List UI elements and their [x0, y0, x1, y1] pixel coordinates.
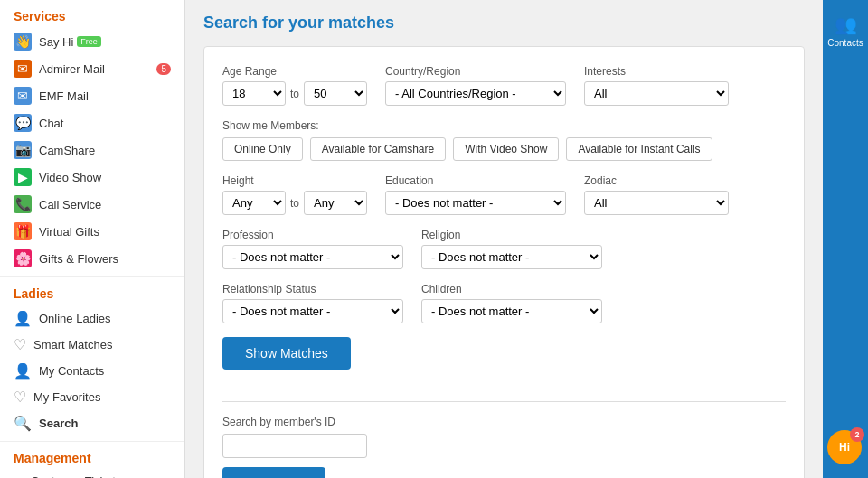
height-to-select[interactable]: Any5'0"5'3"5'6"5'9"6'0": [304, 191, 367, 215]
show-members-section: Show me Members: Online Only Available f…: [222, 119, 786, 161]
sidebar-item-sayhi[interactable]: 👋 Say Hi Free: [0, 28, 184, 55]
sidebar-item-label: Call Service: [39, 198, 101, 211]
zodiac-group: Zodiac All Aries Taurus: [584, 174, 729, 215]
age-from-select[interactable]: 1820253035404550: [222, 81, 286, 106]
gift-icon: 🎁: [14, 222, 32, 240]
sidebar-item-smart-matches[interactable]: ♡ Smart Matches: [0, 332, 184, 358]
contacts-label: Contacts: [827, 38, 863, 48]
interests-group: Interests All Sports Music: [584, 65, 729, 106]
form-row-1: Age Range 1820253035404550 to 2025303540…: [222, 65, 786, 106]
form-row-4: Relationship Status - Does not matter - …: [222, 283, 786, 323]
show-matches-button[interactable]: Show Matches: [222, 337, 351, 370]
person-icon: 👤: [14, 310, 32, 327]
height-label: Height: [222, 174, 367, 187]
form-row-2: Height Any5'0"5'3"5'6"5'9"6'0" to Any5'0…: [222, 174, 786, 215]
sidebar-item-label: Video Show: [39, 171, 101, 184]
sidebar-item-online-ladies[interactable]: 👤 Online Ladies: [0, 305, 184, 332]
rel-status-select[interactable]: - Does not matter - Single Divorced: [222, 299, 403, 323]
form-row-3: Profession - Does not matter - Business …: [222, 229, 786, 269]
sidebar-item-label: My Contacts: [39, 364, 104, 378]
member-id-label: Search by member's ID: [222, 416, 786, 428]
education-label: Education: [385, 174, 566, 187]
member-buttons: Online Only Available for Camshare With …: [222, 137, 786, 161]
education-select[interactable]: - Does not matter - High School College …: [385, 191, 566, 215]
services-title: Services: [0, 0, 184, 28]
hi-count: 2: [850, 427, 864, 442]
chat-icon: 💬: [14, 114, 32, 132]
sidebar-item-camshare[interactable]: 📷 CamShare: [0, 136, 184, 164]
sidebar-item-label: Online Ladies: [39, 312, 111, 325]
call-icon: 📞: [14, 195, 32, 213]
education-group: Education - Does not matter - High Schoo…: [385, 174, 566, 215]
page-title: Search for your matches: [203, 14, 805, 33]
sidebar-item-my-contacts[interactable]: 👤 My Contacts: [0, 358, 184, 384]
age-to-label: to: [290, 88, 299, 100]
age-to-select[interactable]: 202530354045505560: [304, 81, 367, 106]
main-content: Search for your matches Age Range 182025…: [185, 0, 823, 478]
height-from-select[interactable]: Any5'0"5'3"5'6"5'9"6'0": [222, 191, 286, 215]
religion-select[interactable]: - Does not matter - Christian Muslim: [421, 245, 602, 269]
profession-select[interactable]: - Does not matter - Business Education: [222, 245, 403, 269]
contacts-icon: 👤: [14, 362, 32, 380]
with-video-show-btn[interactable]: With Video Show: [453, 137, 559, 161]
sidebar-item-label: Customer Ticket: [31, 474, 116, 478]
country-label: Country/Region: [385, 65, 566, 78]
member-id-input[interactable]: [222, 434, 367, 458]
zodiac-label: Zodiac: [584, 174, 729, 187]
management-title: Management: [0, 442, 184, 470]
mail-badge: 5: [156, 63, 171, 75]
online-only-btn[interactable]: Online Only: [222, 137, 303, 161]
zodiac-select[interactable]: All Aries Taurus: [584, 191, 729, 215]
flower-icon: 🌸: [14, 249, 32, 267]
sidebar-item-gifts-flowers[interactable]: 🌸 Gifts & Flowers: [0, 245, 184, 272]
sidebar-item-emf-mail[interactable]: ✉ EMF Mail: [0, 82, 184, 109]
sayhi-icon: 👋: [14, 33, 32, 51]
interests-label: Interests: [584, 65, 729, 78]
profession-group: Profession - Does not matter - Business …: [222, 229, 403, 269]
available-instant-calls-btn[interactable]: Available for Instant Calls: [566, 137, 712, 161]
sidebar-item-label: Search: [39, 417, 78, 430]
sidebar-item-label: Chat: [39, 117, 63, 130]
divider: [222, 401, 786, 402]
profession-label: Profession: [222, 229, 403, 241]
search-row: Search Less Options: [222, 467, 786, 478]
religion-label: Religion: [421, 229, 602, 241]
rel-status-group: Relationship Status - Does not matter - …: [222, 283, 403, 323]
heart-icon: ♡: [14, 336, 26, 353]
search-card: Age Range 1820253035404550 to 2025303540…: [203, 46, 805, 478]
children-select[interactable]: - Does not matter - No Yes: [421, 299, 602, 323]
sidebar-item-label: CamShare: [39, 144, 95, 157]
sidebar-item-customer-ticket[interactable]: ▶ Customer Ticket: [0, 470, 184, 478]
sidebar-item-virtual-gifts[interactable]: 🎁 Virtual Gifts: [0, 218, 184, 245]
sidebar-item-label: Virtual Gifts: [39, 225, 99, 239]
sidebar-item-my-favorites[interactable]: ♡ My Favorites: [0, 384, 184, 410]
search-button[interactable]: Search: [222, 467, 326, 478]
sidebar-item-admirer-mail[interactable]: ✉ Admirer Mail 5: [0, 55, 184, 82]
sidebar-item-search[interactable]: 🔍 Search: [0, 410, 184, 436]
favorites-icon: ♡: [14, 389, 26, 406]
cam-icon: 📷: [14, 141, 32, 159]
age-range-label: Age Range: [222, 65, 367, 78]
sidebar-item-chat[interactable]: 💬 Chat: [0, 109, 184, 136]
mail-icon: ✉: [14, 60, 32, 78]
hi-label: Hi: [839, 441, 850, 454]
age-range-inputs: 1820253035404550 to 202530354045505560: [222, 81, 367, 106]
sidebar: Services 👋 Say Hi Free ✉ Admirer Mail 5 …: [0, 0, 185, 478]
available-camshare-btn[interactable]: Available for Camshare: [310, 137, 447, 161]
sidebar-item-label: Smart Matches: [33, 338, 112, 351]
show-members-label: Show me Members:: [222, 119, 786, 132]
contacts-icon: 👥: [835, 14, 857, 35]
interests-select[interactable]: All Sports Music: [584, 81, 729, 106]
contacts-button[interactable]: 👥 Contacts: [823, 5, 867, 57]
sidebar-item-label: Gifts & Flowers: [39, 252, 118, 266]
country-group: Country/Region - All Countries/Region - …: [385, 65, 566, 106]
sidebar-item-video-show[interactable]: ▶ Video Show: [0, 164, 184, 191]
sidebar-item-label: EMF Mail: [39, 89, 89, 103]
height-inputs: Any5'0"5'3"5'6"5'9"6'0" to Any5'0"5'3"5'…: [222, 191, 367, 215]
hi-button[interactable]: 2 Hi: [827, 430, 862, 464]
emf-icon: ✉: [14, 87, 32, 105]
contacts-panel: 👥 Contacts 2 Hi: [823, 0, 868, 478]
sidebar-item-call-service[interactable]: 📞 Call Service: [0, 191, 184, 218]
age-range-group: Age Range 1820253035404550 to 2025303540…: [222, 65, 367, 106]
country-select[interactable]: - All Countries/Region - United States U…: [385, 81, 566, 106]
